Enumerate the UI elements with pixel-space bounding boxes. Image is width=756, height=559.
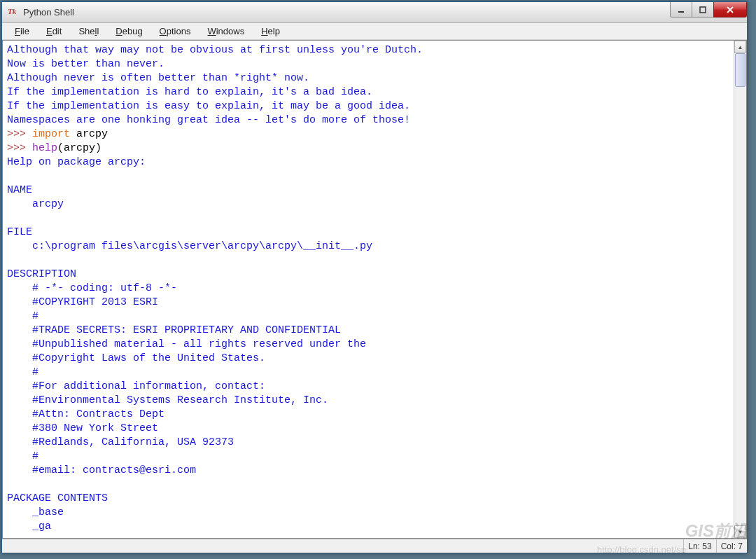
app-icon: Tk	[8, 7, 19, 18]
minimize-button[interactable]	[670, 2, 692, 18]
titlebar[interactable]: Tk Python Shell	[2, 2, 747, 23]
svg-rect-0	[678, 11, 684, 13]
maximize-button[interactable]	[692, 2, 714, 18]
menu-options[interactable]: Options	[153, 25, 198, 38]
shell-text[interactable]: Although that way may not be obvious at …	[3, 41, 734, 538]
statusbar: Ln: 53 Col: 7	[2, 539, 747, 553]
scroll-track[interactable]	[734, 53, 746, 525]
scroll-down-arrow[interactable]: ▼	[734, 525, 746, 538]
svg-rect-1	[700, 7, 706, 13]
python-shell-window: Tk Python Shell File Edit Shell Debug Op…	[1, 1, 748, 553]
menu-help[interactable]: Help	[254, 25, 287, 38]
status-line: Ln: 53	[683, 539, 715, 553]
window-title: Python Shell	[23, 7, 74, 18]
close-button[interactable]	[713, 2, 747, 18]
content-area: Although that way may not be obvious at …	[2, 40, 747, 539]
vertical-scrollbar[interactable]: ▲ ▼	[734, 41, 746, 538]
status-col: Col: 7	[716, 539, 747, 553]
minimize-icon	[677, 6, 685, 13]
window-controls	[671, 2, 747, 18]
menu-shell[interactable]: Shell	[71, 25, 106, 38]
menubar: File Edit Shell Debug Options Windows He…	[2, 23, 747, 40]
menu-windows[interactable]: Windows	[200, 25, 251, 38]
maximize-icon	[699, 6, 707, 13]
close-icon	[726, 6, 734, 13]
menu-debug[interactable]: Debug	[108, 25, 149, 38]
scroll-thumb[interactable]	[735, 53, 746, 87]
scroll-up-arrow[interactable]: ▲	[734, 41, 746, 53]
menu-file[interactable]: File	[8, 25, 36, 38]
menu-edit[interactable]: Edit	[39, 25, 69, 38]
